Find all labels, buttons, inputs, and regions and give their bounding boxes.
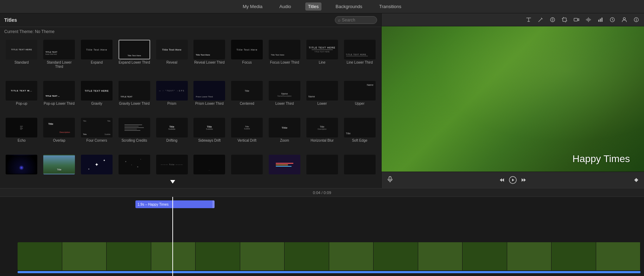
title-label: Line — [319, 60, 325, 65]
title-item-extra2[interactable] — [342, 154, 378, 185]
title-label: Focus — [242, 60, 252, 65]
color-tool-icon[interactable] — [548, 15, 557, 25]
title-item-extra1[interactable] — [304, 154, 340, 185]
playhead — [172, 197, 173, 276]
title-item-star-glow[interactable] — [4, 154, 40, 185]
title-item-colorful[interactable] — [267, 154, 303, 185]
video-frame — [374, 242, 418, 270]
title-item-reveal[interactable]: Title Text Here Reveal — [154, 39, 190, 79]
title-item-zoom[interactable]: Title Zoom — [267, 117, 303, 153]
title-item-lower[interactable]: Name Lower — [304, 80, 340, 116]
title-item-focus[interactable]: Title Text Here Focus — [229, 39, 265, 79]
title-label: Zoom — [280, 139, 289, 143]
title-label: Pop-up — [16, 102, 27, 106]
play-button[interactable] — [508, 175, 518, 185]
speed-tool-icon[interactable] — [607, 15, 617, 25]
title-item-four-corners[interactable]: Title Title Title Subtitle Four Corners — [79, 117, 115, 153]
title-label: Upper — [355, 102, 364, 106]
video-strip[interactable] — [18, 242, 640, 270]
title-item-popup[interactable]: TITLE TEXT W... Pop-up — [4, 80, 40, 116]
title-item-more1[interactable] — [229, 154, 265, 185]
title-item-standard[interactable]: TITLE TEXT HERE Standard — [4, 39, 40, 79]
mic-button[interactable] — [387, 176, 393, 184]
svg-rect-5 — [601, 18, 602, 22]
controls-row — [384, 175, 641, 185]
title-label: Lower — [317, 102, 327, 106]
playback-controls — [382, 172, 644, 188]
title-item-overlap[interactable]: Title Description Overlap — [41, 117, 77, 153]
timeline-area: 0:04 / 0:09 1.9s – Happy Times — [0, 188, 644, 276]
video-selection-bar — [18, 271, 640, 273]
title-item-echo[interactable]: Echo — [4, 117, 40, 153]
title-item-standard-lower[interactable]: TITLE TEXT lower third text Standard Low… — [41, 39, 77, 79]
title-item-expand[interactable]: Title Text Here Expand — [79, 39, 115, 79]
panel-title: Titles — [4, 17, 17, 23]
nav-audio[interactable]: Audio — [276, 2, 294, 11]
title-item-sparkle-white[interactable]: ✦ ✦ ✦ — [79, 154, 115, 185]
title-item-prism[interactable]: — ↑ "TEXT" →EPS Prism — [154, 80, 190, 116]
text-tool-icon[interactable] — [524, 15, 534, 25]
title-item-vertical-drift[interactable]: Title Subtitle Vertical Drift — [229, 117, 265, 153]
user-tool-icon[interactable] — [619, 15, 629, 25]
title-clip-handle[interactable] — [212, 200, 215, 208]
video-frame — [62, 242, 107, 270]
search-input[interactable] — [342, 18, 370, 23]
nav-transitions[interactable]: Transitions — [376, 2, 404, 11]
title-item-expand-lower[interactable]: Title Text Here Expand Lower Third — [116, 39, 152, 79]
svg-rect-3 — [598, 20, 599, 22]
svg-rect-1 — [563, 18, 566, 21]
preview-title-text: Happy Times — [573, 153, 630, 165]
title-item-drifting[interactable]: Title Subtitle Drifting — [154, 117, 190, 153]
title-item-gravity[interactable]: TITLE TEXT HERE Gravity — [79, 80, 115, 116]
title-label: Line Lower Third — [346, 60, 372, 65]
title-item-horiz-blur[interactable]: Title Description Horizontal Blur — [304, 117, 340, 153]
titles-grid: TITLE TEXT HERE Standard TITLE TEXT lowe… — [0, 36, 381, 188]
svg-rect-4 — [600, 19, 601, 22]
playhead-top — [170, 180, 175, 184]
title-label: Echo — [18, 139, 26, 143]
title-label: Scrolling Credits — [121, 139, 147, 143]
edit-tool-icon[interactable] — [536, 15, 546, 25]
title-label: Reveal — [166, 60, 177, 65]
crop-tool-icon[interactable] — [560, 15, 569, 25]
title-label: Standard — [14, 60, 29, 65]
title-label: Focus Lower Third — [270, 60, 299, 65]
title-item-centered[interactable]: Title Centered — [229, 80, 265, 116]
title-label: Four Corners — [87, 139, 107, 143]
rewind-button[interactable] — [497, 175, 508, 185]
search-box[interactable]: ⌕ — [335, 16, 377, 24]
title-item-black-particles[interactable] — [116, 154, 152, 185]
title-item-reveal-lower[interactable]: Title Text Here Reveal Lower Third — [191, 39, 228, 79]
video-tool-icon[interactable] — [572, 15, 581, 25]
svg-rect-9 — [389, 176, 391, 180]
volume-diamond-icon — [634, 178, 638, 182]
chart-tool-icon[interactable] — [595, 15, 605, 25]
theme-label: Current Theme: No Theme — [0, 27, 381, 36]
nav-backgrounds[interactable]: Backgrounds — [333, 2, 365, 11]
title-item-mountain[interactable]: Title — [41, 154, 77, 185]
main-area: Titles ⌕ Current Theme: No Theme TITLE T… — [0, 13, 644, 188]
title-item-gravity-lower[interactable]: TITLE TEXT Gravity Lower Third — [116, 80, 152, 116]
title-item-focus-lower[interactable]: Title Text Here Focus Lower Third — [267, 39, 303, 79]
forward-button[interactable] — [518, 175, 529, 185]
audio-tool-icon[interactable] — [584, 15, 593, 25]
timeline-content[interactable]: 1.9s – Happy Times — [0, 197, 644, 276]
nav-my-media[interactable]: My Media — [240, 2, 265, 11]
nav-titles[interactable]: Titles — [305, 2, 322, 11]
title-item-line-lower[interactable]: TITLE TEXT HERE Line Lower Third — [342, 39, 378, 79]
title-label: Centered — [240, 102, 254, 106]
title-item-line[interactable]: TITLE TEXT HERE TITLE TEXT HERE Line — [304, 39, 340, 79]
title-item-sideways[interactable]: Title Subtitle Sideways Drift — [191, 117, 228, 153]
title-item-scrolling[interactable]: Scrolling Credits — [116, 117, 152, 153]
title-label: Expand — [91, 60, 103, 65]
title-item-dark-lower[interactable]: ... — [191, 154, 228, 185]
info-tool-icon[interactable] — [631, 15, 641, 25]
title-item-soft-edge[interactable]: Title Soft Edge — [342, 117, 378, 153]
title-item-lower-third[interactable]: Name Name/Description Lower Third — [267, 80, 303, 116]
title-item-popup-lower[interactable]: TITLE TEXT ... Pop-up Lower Third — [41, 80, 77, 116]
title-item-upper[interactable]: Name Upper — [342, 80, 378, 116]
title-clip[interactable]: 1.9s – Happy Times — [135, 200, 215, 208]
title-item-prism-lower[interactable]: Prism Lower Third Prism Lower Third — [191, 80, 228, 116]
search-icon: ⌕ — [338, 18, 340, 23]
title-label: Vertical Drift — [237, 139, 256, 143]
